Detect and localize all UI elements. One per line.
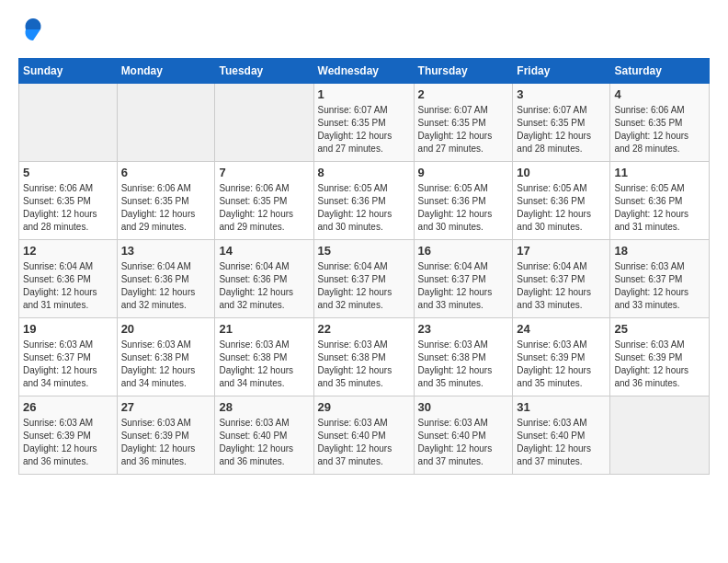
day-cell bbox=[610, 396, 710, 475]
page-header bbox=[18, 18, 710, 49]
day-info: Sunrise: 6:03 AM Sunset: 6:38 PM Dayligh… bbox=[418, 339, 509, 390]
day-cell: 22Sunrise: 6:03 AM Sunset: 6:38 PM Dayli… bbox=[313, 318, 414, 396]
day-cell: 3Sunrise: 6:07 AM Sunset: 6:35 PM Daylig… bbox=[513, 84, 610, 162]
header-sunday: Sunday bbox=[19, 59, 118, 84]
day-info: Sunrise: 6:04 AM Sunset: 6:37 PM Dayligh… bbox=[418, 260, 509, 312]
day-info: Sunrise: 6:06 AM Sunset: 6:35 PM Dayligh… bbox=[23, 182, 113, 234]
day-info: Sunrise: 6:03 AM Sunset: 6:40 PM Dayligh… bbox=[219, 417, 309, 468]
day-cell: 9Sunrise: 6:05 AM Sunset: 6:36 PM Daylig… bbox=[414, 162, 513, 240]
day-info: Sunrise: 6:05 AM Sunset: 6:36 PM Dayligh… bbox=[418, 182, 509, 234]
day-cell: 18Sunrise: 6:03 AM Sunset: 6:37 PM Dayli… bbox=[610, 240, 710, 318]
header-saturday: Saturday bbox=[610, 59, 710, 84]
day-info: Sunrise: 6:04 AM Sunset: 6:36 PM Dayligh… bbox=[121, 260, 211, 312]
day-cell: 30Sunrise: 6:03 AM Sunset: 6:40 PM Dayli… bbox=[414, 396, 513, 475]
day-cell: 27Sunrise: 6:03 AM Sunset: 6:39 PM Dayli… bbox=[117, 396, 215, 475]
day-info: Sunrise: 6:04 AM Sunset: 6:36 PM Dayligh… bbox=[23, 260, 113, 312]
day-info: Sunrise: 6:07 AM Sunset: 6:35 PM Dayligh… bbox=[418, 104, 509, 155]
day-cell bbox=[215, 84, 313, 162]
day-number: 5 bbox=[23, 166, 113, 179]
day-cell: 4Sunrise: 6:06 AM Sunset: 6:35 PM Daylig… bbox=[610, 84, 710, 162]
header-monday: Monday bbox=[117, 59, 215, 84]
day-cell bbox=[19, 84, 118, 162]
day-number: 29 bbox=[318, 400, 410, 414]
week-row-2: 5Sunrise: 6:06 AM Sunset: 6:35 PM Daylig… bbox=[19, 162, 710, 240]
calendar-header: SundayMondayTuesdayWednesdayThursdayFrid… bbox=[19, 59, 710, 84]
day-number: 22 bbox=[318, 322, 410, 336]
day-cell: 29Sunrise: 6:03 AM Sunset: 6:40 PM Dayli… bbox=[313, 396, 414, 475]
day-cell: 14Sunrise: 6:04 AM Sunset: 6:36 PM Dayli… bbox=[215, 240, 313, 318]
day-cell: 20Sunrise: 6:03 AM Sunset: 6:38 PM Dayli… bbox=[117, 318, 215, 396]
day-number: 14 bbox=[219, 244, 309, 258]
day-cell: 13Sunrise: 6:04 AM Sunset: 6:36 PM Dayli… bbox=[117, 240, 215, 318]
day-info: Sunrise: 6:03 AM Sunset: 6:39 PM Dayligh… bbox=[614, 339, 705, 390]
header-tuesday: Tuesday bbox=[215, 59, 313, 84]
day-number: 25 bbox=[614, 322, 705, 336]
week-row-1: 1Sunrise: 6:07 AM Sunset: 6:35 PM Daylig… bbox=[19, 84, 710, 162]
day-number: 10 bbox=[517, 166, 606, 179]
day-number: 4 bbox=[614, 87, 705, 101]
day-number: 15 bbox=[318, 244, 410, 258]
day-info: Sunrise: 6:04 AM Sunset: 6:36 PM Dayligh… bbox=[219, 260, 309, 312]
logo bbox=[18, 18, 46, 49]
day-number: 18 bbox=[614, 244, 705, 258]
day-cell: 21Sunrise: 6:03 AM Sunset: 6:38 PM Dayli… bbox=[215, 318, 313, 396]
header-wednesday: Wednesday bbox=[313, 59, 414, 84]
day-number: 21 bbox=[219, 322, 309, 336]
day-info: Sunrise: 6:04 AM Sunset: 6:37 PM Dayligh… bbox=[517, 260, 606, 312]
day-info: Sunrise: 6:03 AM Sunset: 6:40 PM Dayligh… bbox=[318, 417, 410, 468]
day-number: 8 bbox=[318, 166, 410, 179]
day-info: Sunrise: 6:03 AM Sunset: 6:39 PM Dayligh… bbox=[23, 417, 113, 468]
day-cell: 31Sunrise: 6:03 AM Sunset: 6:40 PM Dayli… bbox=[513, 396, 610, 475]
day-cell: 19Sunrise: 6:03 AM Sunset: 6:37 PM Dayli… bbox=[19, 318, 118, 396]
day-info: Sunrise: 6:06 AM Sunset: 6:35 PM Dayligh… bbox=[614, 104, 705, 155]
week-row-4: 19Sunrise: 6:03 AM Sunset: 6:37 PM Dayli… bbox=[19, 318, 710, 396]
day-number: 23 bbox=[418, 322, 509, 336]
day-info: Sunrise: 6:03 AM Sunset: 6:40 PM Dayligh… bbox=[517, 417, 606, 468]
day-cell bbox=[117, 84, 215, 162]
calendar-table: SundayMondayTuesdayWednesdayThursdayFrid… bbox=[18, 58, 710, 475]
day-number: 16 bbox=[418, 244, 509, 258]
logo-icon bbox=[20, 17, 46, 42]
day-number: 9 bbox=[418, 166, 509, 179]
day-number: 3 bbox=[517, 87, 606, 101]
header-row: SundayMondayTuesdayWednesdayThursdayFrid… bbox=[19, 59, 710, 84]
day-number: 6 bbox=[121, 166, 211, 179]
day-cell: 10Sunrise: 6:05 AM Sunset: 6:36 PM Dayli… bbox=[513, 162, 610, 240]
day-number: 26 bbox=[23, 400, 113, 414]
header-friday: Friday bbox=[513, 59, 610, 84]
day-info: Sunrise: 6:03 AM Sunset: 6:37 PM Dayligh… bbox=[23, 339, 113, 390]
day-cell: 2Sunrise: 6:07 AM Sunset: 6:35 PM Daylig… bbox=[414, 84, 513, 162]
day-cell: 17Sunrise: 6:04 AM Sunset: 6:37 PM Dayli… bbox=[513, 240, 610, 318]
day-cell: 28Sunrise: 6:03 AM Sunset: 6:40 PM Dayli… bbox=[215, 396, 313, 475]
day-info: Sunrise: 6:03 AM Sunset: 6:38 PM Dayligh… bbox=[219, 339, 309, 390]
day-number: 12 bbox=[23, 244, 113, 258]
day-cell: 6Sunrise: 6:06 AM Sunset: 6:35 PM Daylig… bbox=[117, 162, 215, 240]
day-cell: 16Sunrise: 6:04 AM Sunset: 6:37 PM Dayli… bbox=[414, 240, 513, 318]
day-cell: 26Sunrise: 6:03 AM Sunset: 6:39 PM Dayli… bbox=[19, 396, 118, 475]
day-number: 13 bbox=[121, 244, 211, 258]
logo-text bbox=[18, 18, 46, 49]
day-number: 31 bbox=[517, 400, 606, 414]
day-info: Sunrise: 6:07 AM Sunset: 6:35 PM Dayligh… bbox=[517, 104, 606, 155]
day-number: 30 bbox=[418, 400, 509, 414]
day-info: Sunrise: 6:03 AM Sunset: 6:39 PM Dayligh… bbox=[121, 417, 211, 468]
calendar-body: 1Sunrise: 6:07 AM Sunset: 6:35 PM Daylig… bbox=[19, 84, 710, 475]
day-info: Sunrise: 6:03 AM Sunset: 6:37 PM Dayligh… bbox=[614, 260, 705, 312]
day-info: Sunrise: 6:06 AM Sunset: 6:35 PM Dayligh… bbox=[121, 182, 211, 234]
day-cell: 11Sunrise: 6:05 AM Sunset: 6:36 PM Dayli… bbox=[610, 162, 710, 240]
day-cell: 1Sunrise: 6:07 AM Sunset: 6:35 PM Daylig… bbox=[313, 84, 414, 162]
day-cell: 7Sunrise: 6:06 AM Sunset: 6:35 PM Daylig… bbox=[215, 162, 313, 240]
day-number: 1 bbox=[318, 87, 410, 101]
day-number: 27 bbox=[121, 400, 211, 414]
day-info: Sunrise: 6:04 AM Sunset: 6:37 PM Dayligh… bbox=[318, 260, 410, 312]
day-number: 19 bbox=[23, 322, 113, 336]
day-info: Sunrise: 6:06 AM Sunset: 6:35 PM Dayligh… bbox=[219, 182, 309, 234]
week-row-5: 26Sunrise: 6:03 AM Sunset: 6:39 PM Dayli… bbox=[19, 396, 710, 475]
week-row-3: 12Sunrise: 6:04 AM Sunset: 6:36 PM Dayli… bbox=[19, 240, 710, 318]
day-cell: 23Sunrise: 6:03 AM Sunset: 6:38 PM Dayli… bbox=[414, 318, 513, 396]
day-cell: 8Sunrise: 6:05 AM Sunset: 6:36 PM Daylig… bbox=[313, 162, 414, 240]
day-number: 24 bbox=[517, 322, 606, 336]
day-info: Sunrise: 6:03 AM Sunset: 6:40 PM Dayligh… bbox=[418, 417, 509, 468]
day-number: 17 bbox=[517, 244, 606, 258]
day-info: Sunrise: 6:03 AM Sunset: 6:38 PM Dayligh… bbox=[121, 339, 211, 390]
